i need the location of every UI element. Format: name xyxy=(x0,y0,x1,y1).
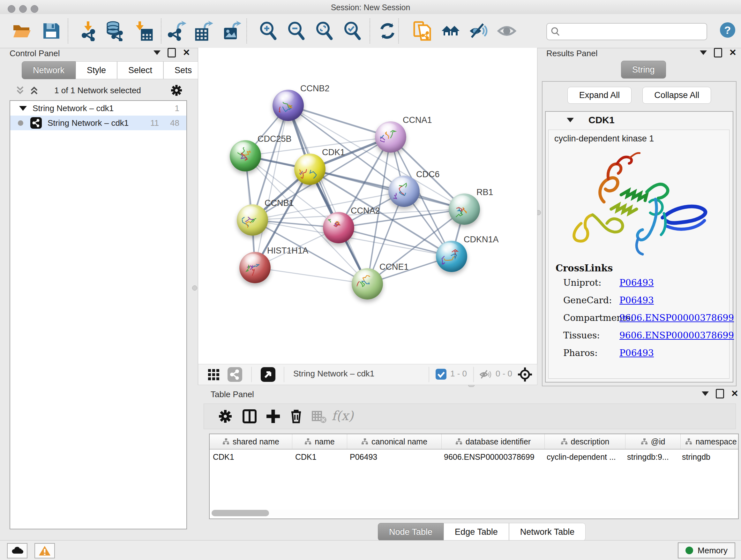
save-session-button[interactable] xyxy=(41,21,61,41)
grid-mode-icon[interactable] xyxy=(208,369,220,381)
close-panel-icon[interactable]: ✕ xyxy=(729,49,737,57)
column-header-namespace[interactable]: namespace xyxy=(681,434,741,449)
close-panel-icon[interactable]: ✕ xyxy=(731,390,738,397)
selected-checkbox-icon[interactable] xyxy=(435,369,447,380)
crosslink-link[interactable]: P06493 xyxy=(619,277,654,288)
network-node-ccne1[interactable] xyxy=(352,268,383,300)
collapse-all-button[interactable]: Collapse All xyxy=(643,87,711,104)
show-columns-icon[interactable] xyxy=(242,408,258,424)
open-session-button[interactable] xyxy=(11,21,32,41)
tab-node-table[interactable]: Node Table xyxy=(378,523,444,541)
collapse-panel-icon[interactable] xyxy=(700,51,707,55)
table-row[interactable]: CDK1CDK1P064939606.ENSP00000378699cyclin… xyxy=(210,449,738,464)
crosslink-link[interactable]: P06493 xyxy=(619,295,654,306)
control-panel-title: Control Panel xyxy=(10,49,60,58)
apply-layout-button[interactable] xyxy=(377,21,398,41)
zoom-fit-button[interactable] xyxy=(314,21,334,41)
network-node-cdc6[interactable] xyxy=(388,176,420,207)
column-header-shared-name[interactable]: shared name xyxy=(210,434,292,449)
show-hidden-button[interactable] xyxy=(496,21,517,41)
network-row-selected[interactable]: String Network – cdk1 11 48 xyxy=(10,116,186,130)
crosslink-link[interactable]: P06493 xyxy=(619,348,654,358)
import-network-database-button[interactable] xyxy=(104,21,125,41)
crosslink-link[interactable]: 9606.ENSP00000378699 xyxy=(619,330,734,341)
hide-selected-button[interactable] xyxy=(468,21,489,41)
show-all-networks-button[interactable] xyxy=(441,21,461,41)
warnings-button[interactable] xyxy=(35,543,55,558)
create-column-icon[interactable] xyxy=(265,408,281,424)
expand-all-button[interactable]: Expand All xyxy=(567,87,632,104)
app-store-button[interactable] xyxy=(7,543,27,558)
tab-select[interactable]: Select xyxy=(117,61,163,79)
section-expander-icon[interactable] xyxy=(567,118,574,122)
detach-view-icon[interactable] xyxy=(261,367,275,382)
collapse-panel-icon[interactable] xyxy=(153,51,160,55)
network-node-ccnb1[interactable] xyxy=(237,204,268,236)
import-network-file-button[interactable] xyxy=(78,21,99,41)
table-cell[interactable]: cyclin-dependent ... xyxy=(543,449,624,464)
network-node-cdkn1a[interactable] xyxy=(436,241,467,272)
network-node-cdc25b[interactable] xyxy=(230,140,261,172)
zoom-selected-button[interactable] xyxy=(342,21,362,41)
network-node-cdk1[interactable] xyxy=(294,153,326,185)
memory-button[interactable]: Memory xyxy=(678,543,735,558)
table-cell[interactable]: 9606.ENSP00000378699 xyxy=(441,449,543,464)
column-header-description[interactable]: description xyxy=(545,434,625,449)
search-input[interactable] xyxy=(546,23,707,40)
close-panel-icon[interactable]: ✕ xyxy=(183,49,190,57)
table-cell[interactable]: P06493 xyxy=(347,449,441,464)
collapse-panel-icon[interactable] xyxy=(702,391,709,396)
float-panel-icon[interactable] xyxy=(714,48,722,57)
help-button[interactable]: ? xyxy=(720,22,735,38)
float-panel-icon[interactable] xyxy=(716,389,724,398)
table-cell[interactable]: stringdb:9... xyxy=(624,449,679,464)
left-splitter-grip[interactable] xyxy=(192,286,197,291)
toolbar-separator xyxy=(398,18,399,44)
column-header-name[interactable]: name xyxy=(292,434,347,449)
table-cell[interactable]: CDK1 xyxy=(210,449,292,464)
tab-network-table[interactable]: Network Table xyxy=(509,523,586,541)
network-node-ccna1[interactable] xyxy=(375,121,406,152)
float-panel-icon[interactable] xyxy=(167,48,176,57)
gene-section-header[interactable]: CDK1 xyxy=(546,112,733,128)
network-node-ccna2[interactable] xyxy=(323,212,354,243)
network-collection-row[interactable]: String Network – cdk1 1 xyxy=(10,101,186,116)
collection-expander-icon[interactable] xyxy=(19,106,27,111)
export-image-button[interactable] xyxy=(221,21,242,41)
delete-column-icon[interactable] xyxy=(288,408,304,424)
column-header--id[interactable]: @id xyxy=(625,434,681,449)
tab-style[interactable]: Style xyxy=(76,61,117,79)
hidden-eye-slash-icon[interactable] xyxy=(480,369,492,380)
network-node-rb1[interactable] xyxy=(449,193,480,225)
column-header-canonical-name[interactable]: canonical name xyxy=(347,434,442,449)
birdseye-crosshair-icon[interactable] xyxy=(517,367,533,382)
column-label: database identifier xyxy=(466,437,531,446)
refresh-icon xyxy=(377,21,398,41)
import-table-button[interactable] xyxy=(133,21,153,41)
tab-string[interactable]: String xyxy=(621,61,666,78)
tab-network[interactable]: Network xyxy=(22,61,76,79)
crosslink-row: GeneCard:P06493 xyxy=(563,295,723,306)
table-tabs: Node TableEdge TableNetwork Table xyxy=(378,523,586,541)
gear-icon[interactable] xyxy=(170,84,183,97)
zoom-in-button[interactable] xyxy=(258,21,278,41)
network-node-ccnb2[interactable] xyxy=(273,90,304,121)
tab-edge-table[interactable]: Edge Table xyxy=(444,523,509,541)
table-cell[interactable]: stringdb xyxy=(679,449,739,464)
search-field[interactable] xyxy=(563,25,702,38)
table-gear-icon[interactable] xyxy=(217,408,233,424)
zoom-out-button[interactable] xyxy=(286,21,307,41)
crosslink-link[interactable]: 9606.ENSP00000378699 xyxy=(619,313,734,323)
tab-sets[interactable]: Sets xyxy=(163,61,203,79)
export-network-button[interactable] xyxy=(166,21,186,41)
horizontal-scrollbar[interactable] xyxy=(211,509,736,516)
network-view[interactable]: CCNB2CCNA1CDC25BCDK1CDC6RB1CCNB1CCNA2CDK… xyxy=(198,48,537,364)
export-table-button[interactable] xyxy=(194,21,214,41)
clone-network-button[interactable] xyxy=(412,21,433,41)
scrollbar-thumb[interactable] xyxy=(212,510,269,516)
column-header-database-identifier[interactable]: database identifier xyxy=(442,434,545,449)
network-node-hist1h1a[interactable] xyxy=(239,252,271,283)
network-share-icon[interactable] xyxy=(227,367,242,382)
table-cell[interactable]: CDK1 xyxy=(292,449,347,464)
column-type-icon xyxy=(455,438,462,445)
